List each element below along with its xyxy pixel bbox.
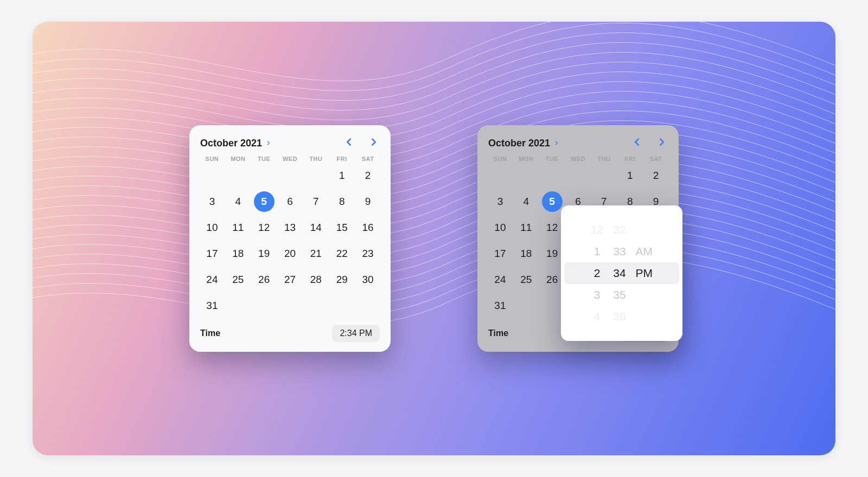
calendar-day[interactable]: 11 (225, 217, 251, 238)
chevron-right-icon[interactable] (553, 138, 560, 149)
picker-minute-option[interactable]: 32 (613, 219, 626, 241)
calendar-day-empty (225, 165, 251, 186)
calendar-day[interactable]: 5 (542, 191, 563, 212)
weekday-label: TUE (251, 156, 277, 162)
preview-canvas: October 2021 SUNMONTUEWEDTHUFRISAT123456… (33, 22, 835, 455)
chevron-right-icon[interactable] (265, 138, 272, 149)
picker-minute-option[interactable]: 34 (613, 262, 626, 284)
picker-period-option[interactable]: AM (636, 241, 653, 262)
calendar-day[interactable]: 21 (303, 243, 329, 264)
calendar-day[interactable]: 1 (329, 165, 355, 186)
picker-period-option[interactable]: PM (636, 262, 653, 284)
weekday-label: SAT (643, 156, 669, 162)
calendar-day[interactable]: 28 (303, 269, 329, 290)
calendar-card-closed: October 2021 SUNMONTUEWEDTHUFRISAT123456… (189, 125, 391, 352)
calendar-day[interactable]: 31 (487, 295, 513, 316)
calendar-day[interactable]: 9 (355, 191, 381, 212)
picker-hour-option[interactable]: 1 (594, 241, 601, 262)
picker-minute-option[interactable]: 33 (613, 241, 626, 262)
calendar-day[interactable]: 3 (199, 191, 225, 212)
calendar-day-empty (591, 165, 617, 186)
picker-hour-option[interactable]: 3 (594, 284, 601, 306)
calendar-day[interactable]: 4 (513, 191, 539, 212)
picker-hour-option[interactable]: 12 (591, 219, 603, 241)
calendar-day[interactable]: 15 (329, 217, 355, 238)
calendar-day[interactable]: 22 (329, 243, 355, 264)
weekday-header: SUNMONTUEWEDTHUFRISAT (199, 156, 381, 162)
calendar-day-empty (539, 165, 565, 186)
calendar-day[interactable]: 1 (617, 165, 643, 186)
prev-month-button[interactable] (631, 136, 643, 150)
calendar-day[interactable]: 4 (225, 191, 251, 212)
calendar-day[interactable]: 26 (251, 269, 277, 290)
calendar-day[interactable]: 6 (277, 191, 303, 212)
calendar-day[interactable]: 8 (329, 191, 355, 212)
weekday-label: FRI (617, 156, 643, 162)
weekday-label: SAT (355, 156, 381, 162)
calendar-day[interactable]: 17 (199, 243, 225, 264)
calendar-day-empty (565, 165, 591, 186)
picker-minute-option[interactable]: 36 (613, 306, 626, 327)
weekday-label: WED (277, 156, 303, 162)
calendar-card-open: October 2021 SUNMONTUEWEDTHUFRISAT123456… (477, 125, 679, 352)
time-label: Time (488, 328, 508, 338)
weekday-label: TUE (539, 156, 565, 162)
calendar-day[interactable]: 14 (303, 217, 329, 238)
weekday-label: THU (303, 156, 329, 162)
calendar-day[interactable]: 3 (487, 191, 513, 212)
time-label: Time (200, 328, 220, 338)
weekday-label: FRI (329, 156, 355, 162)
prev-month-button[interactable] (343, 136, 355, 150)
calendar-day[interactable]: 30 (355, 269, 381, 290)
picker-hour-column[interactable]: 121234 (591, 219, 603, 327)
calendar-day[interactable]: 2 (355, 165, 381, 186)
calendar-day[interactable]: 16 (355, 217, 381, 238)
calendar-day-empty (251, 165, 277, 186)
calendar-day[interactable]: 7 (303, 191, 329, 212)
calendar-day[interactable]: 29 (329, 269, 355, 290)
time-value-button[interactable]: 2:34 PM (332, 325, 380, 342)
calendar-day[interactable]: 11 (513, 217, 539, 238)
weekday-header: SUNMONTUEWEDTHUFRISAT (487, 156, 669, 162)
weekday-label: WED (565, 156, 591, 162)
calendar-day[interactable]: 13 (277, 217, 303, 238)
calendar-day[interactable]: 19 (251, 243, 277, 264)
calendar-day-empty (199, 165, 225, 186)
calendar-day[interactable]: 17 (487, 243, 513, 264)
calendar-day-empty (487, 165, 513, 186)
next-month-button[interactable] (368, 136, 380, 150)
picker-period-column[interactable]: AMPM (636, 219, 653, 327)
calendar-grid: 1234567891011121314151617181920212223242… (199, 165, 381, 316)
picker-hour-option[interactable]: 2 (594, 262, 601, 284)
calendar-day[interactable]: 25 (513, 269, 539, 290)
calendar-day[interactable]: 23 (355, 243, 381, 264)
calendar-day-empty (277, 165, 303, 186)
calendar-day[interactable]: 24 (199, 269, 225, 290)
calendar-day[interactable]: 5 (254, 191, 275, 212)
weekday-label: THU (591, 156, 617, 162)
picker-hour-option[interactable]: 4 (594, 306, 601, 327)
calendar-day[interactable]: 12 (251, 217, 277, 238)
calendar-day[interactable]: 20 (277, 243, 303, 264)
calendar-day[interactable]: 10 (487, 217, 513, 238)
picker-minute-option[interactable]: 35 (613, 284, 626, 306)
calendar-day[interactable]: 31 (199, 295, 225, 316)
weekday-label: SUN (199, 156, 225, 162)
calendar-day[interactable]: 18 (225, 243, 251, 264)
weekday-label: SUN (487, 156, 513, 162)
time-picker-popover[interactable]: 1212343233343536AMPM (561, 205, 682, 341)
next-month-button[interactable] (656, 136, 668, 150)
calendar-title[interactable]: October 2021 (488, 138, 550, 149)
calendar-day[interactable]: 24 (487, 269, 513, 290)
picker-minute-column[interactable]: 3233343536 (613, 219, 626, 327)
calendar-day[interactable]: 18 (513, 243, 539, 264)
calendar-day[interactable]: 2 (643, 165, 669, 186)
calendar-day[interactable]: 25 (225, 269, 251, 290)
weekday-label: MON (513, 156, 539, 162)
calendar-day-empty (303, 165, 329, 186)
calendar-day[interactable]: 27 (277, 269, 303, 290)
calendar-title[interactable]: October 2021 (200, 138, 262, 149)
weekday-label: MON (225, 156, 251, 162)
calendar-day-empty (513, 165, 539, 186)
calendar-day[interactable]: 10 (199, 217, 225, 238)
